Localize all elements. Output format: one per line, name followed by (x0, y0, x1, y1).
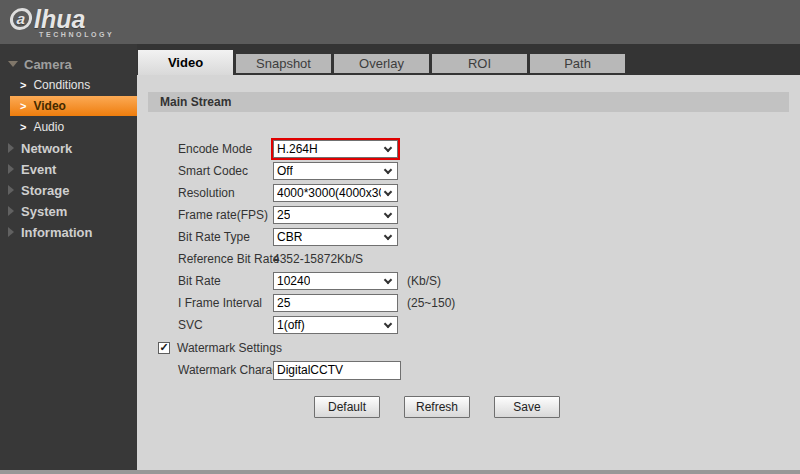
field-row-frame-rate: Frame rate(FPS) 25 (178, 206, 800, 224)
sidebar-group-camera[interactable]: Camera (0, 54, 137, 74)
field-row-bit-rate-type: Bit Rate Type CBR (178, 228, 800, 246)
chevron-down-icon (384, 320, 392, 328)
logo-wordmark: alhua (10, 7, 114, 31)
field-row-encode-mode: Encode Mode H.264H (178, 140, 800, 158)
chevron-down-icon (384, 144, 392, 152)
triangle-right-icon (8, 185, 14, 195)
field-label: I Frame Interval (178, 296, 273, 310)
field-label: Reference Bit Rate (178, 252, 273, 266)
sidebar-group-label: Camera (24, 57, 72, 72)
field-label: Watermark Character (178, 363, 273, 377)
smart-codec-select[interactable]: Off (273, 162, 398, 180)
tab-overlay[interactable]: Overlay (334, 54, 429, 73)
sidebar-group-label: System (21, 204, 67, 219)
watermark-settings-label: Watermark Settings (177, 341, 282, 355)
chevron-down-icon (384, 232, 392, 240)
triangle-right-icon (8, 227, 14, 237)
sidebar-group-event[interactable]: Event (0, 159, 137, 179)
logo-text: lhua (34, 7, 85, 31)
sidebar-item-label: Conditions (33, 78, 90, 92)
field-suffix: (Kb/S) (407, 274, 441, 288)
triangle-right-icon (8, 164, 14, 174)
select-value: 25 (277, 208, 290, 222)
field-row-svc: SVC 1(off) (178, 316, 800, 334)
encode-mode-select[interactable]: H.264H (273, 140, 398, 158)
sidebar-group-information[interactable]: Information (0, 222, 137, 242)
resolution-select[interactable]: 4000*3000(4000x3000) (273, 184, 398, 202)
field-row-smart-codec: Smart Codec Off (178, 162, 800, 180)
select-value: 1(off) (277, 318, 305, 332)
watermark-character-row: Watermark Character (178, 361, 800, 379)
triangle-right-icon (8, 143, 14, 153)
bit-rate-type-select[interactable]: CBR (273, 228, 398, 246)
field-label: Resolution (178, 186, 273, 200)
tab-video[interactable]: Video (138, 50, 233, 75)
reference-bit-rate-value: 4352-15872Kb/S (273, 252, 363, 266)
video-settings-form: Encode Mode H.264H Smart Codec Off (178, 140, 800, 418)
logo-a-ring-icon: a (9, 8, 33, 30)
arrow-right-icon: > (20, 121, 26, 133)
sidebar: Camera > Conditions > Video > Audio Netw… (0, 44, 137, 470)
watermark-settings-row: ✓ Watermark Settings (158, 339, 800, 357)
sidebar-group-label: Network (21, 141, 72, 156)
chevron-down-icon (384, 210, 392, 218)
logo-tagline: TECHNOLOGY (39, 31, 114, 38)
arrow-right-icon: > (20, 100, 26, 112)
triangle-right-icon (8, 206, 14, 216)
sidebar-group-system[interactable]: System (0, 201, 137, 221)
chevron-down-icon (384, 166, 392, 174)
dahua-camera-web-ui: alhua TECHNOLOGY Camera > Conditions > V… (0, 0, 800, 474)
select-value: 10240 (277, 274, 310, 288)
field-suffix: (25~150) (407, 296, 455, 310)
bit-rate-select[interactable]: 10240 (273, 272, 398, 290)
field-label: Smart Codec (178, 164, 273, 178)
watermark-character-input[interactable] (273, 361, 401, 380)
footer-strip (0, 470, 800, 474)
refresh-button[interactable]: Refresh (404, 396, 470, 418)
triangle-down-icon (8, 61, 18, 67)
sidebar-group-label: Event (21, 162, 56, 177)
tab-bar: Video Snapshot Overlay ROI Path (137, 44, 800, 75)
tab-snapshot[interactable]: Snapshot (236, 54, 331, 73)
sidebar-item-label: Audio (33, 120, 64, 134)
select-value: Off (277, 164, 293, 178)
sidebar-group-network[interactable]: Network (0, 138, 137, 158)
field-label: Encode Mode (178, 142, 273, 156)
field-label: Bit Rate (178, 274, 273, 288)
sidebar-group-label: Storage (21, 183, 69, 198)
main-content: Main Stream Encode Mode H.264H Smart Cod… (137, 75, 800, 470)
sidebar-group-label: Information (21, 225, 93, 240)
default-button[interactable]: Default (314, 396, 380, 418)
header: alhua TECHNOLOGY (0, 0, 800, 44)
field-row-bit-rate: Bit Rate 10240 (Kb/S) (178, 272, 800, 290)
frame-rate-select[interactable]: 25 (273, 206, 398, 224)
right-pane: Video Snapshot Overlay ROI Path Main Str… (137, 44, 800, 470)
watermark-checkbox[interactable]: ✓ (158, 342, 170, 354)
body-row: Camera > Conditions > Video > Audio Netw… (0, 44, 800, 470)
sidebar-group-storage[interactable]: Storage (0, 180, 137, 200)
sidebar-item-label: Video (33, 99, 65, 113)
checkmark-icon: ✓ (159, 342, 168, 352)
select-value: H.264H (277, 142, 318, 156)
button-row: Default Refresh Save (314, 396, 800, 418)
save-button[interactable]: Save (494, 396, 560, 418)
sidebar-item-conditions[interactable]: > Conditions (10, 75, 137, 95)
chevron-down-icon (384, 276, 392, 284)
i-frame-interval-input[interactable] (273, 294, 398, 312)
svc-select[interactable]: 1(off) (273, 316, 398, 334)
section-header-main-stream: Main Stream (148, 92, 789, 112)
field-row-reference-bit-rate: Reference Bit Rate 4352-15872Kb/S (178, 250, 800, 268)
field-row-i-frame-interval: I Frame Interval (25~150) (178, 294, 800, 312)
chevron-down-icon (384, 188, 392, 196)
sidebar-item-audio[interactable]: > Audio (10, 117, 137, 137)
tab-roi[interactable]: ROI (432, 54, 527, 73)
arrow-right-icon: > (20, 79, 26, 91)
dahua-logo: alhua TECHNOLOGY (10, 7, 114, 38)
field-row-resolution: Resolution 4000*3000(4000x3000) (178, 184, 800, 202)
field-label: Frame rate(FPS) (178, 208, 273, 222)
sidebar-item-video[interactable]: > Video (10, 96, 137, 116)
tab-path[interactable]: Path (530, 54, 625, 73)
field-label: Bit Rate Type (178, 230, 273, 244)
field-label: SVC (178, 318, 273, 332)
select-value: 4000*3000(4000x3000) (277, 186, 381, 200)
